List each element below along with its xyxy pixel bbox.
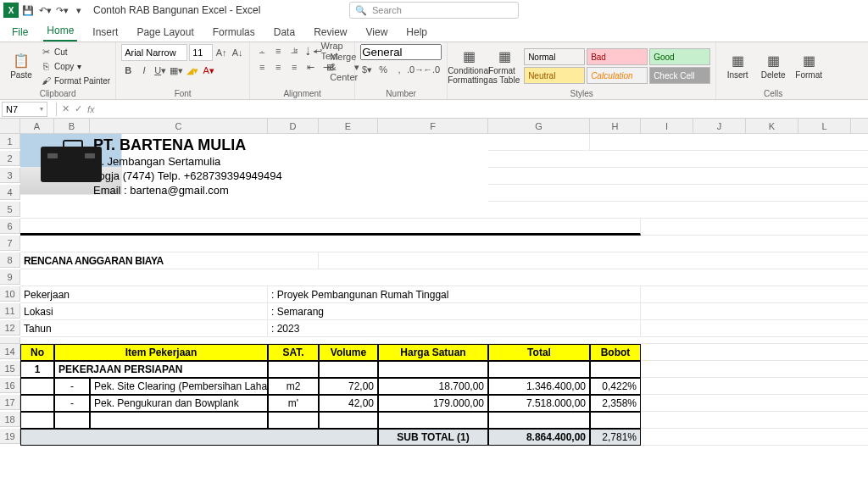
- row-18[interactable]: 18: [0, 412, 20, 427]
- col-B[interactable]: B: [54, 119, 90, 134]
- format-as-table-button[interactable]: ▦Format as Table: [488, 45, 520, 87]
- sheet-title[interactable]: RENCANA ANGGARAN BIAYA: [20, 252, 319, 269]
- font-color-button[interactable]: A▾: [202, 64, 215, 77]
- search-input[interactable]: 🔍 Search: [349, 2, 519, 19]
- lokasi-value[interactable]: : Semarang: [268, 303, 641, 320]
- row-8[interactable]: 8: [0, 252, 20, 268]
- r1-total[interactable]: 1.346.400,00: [488, 378, 590, 395]
- row-12[interactable]: 12: [0, 320, 20, 336]
- paste-button[interactable]: 📋Paste: [5, 45, 37, 87]
- row-3[interactable]: 3: [0, 168, 20, 183]
- col-K[interactable]: K: [746, 119, 798, 134]
- tab-formulas[interactable]: Formulas: [209, 23, 259, 42]
- th-vol[interactable]: Volume: [319, 344, 378, 361]
- th-harga[interactable]: Harga Satuan: [378, 344, 488, 361]
- align-right-icon[interactable]: ≡: [287, 60, 301, 74]
- border-button[interactable]: ▦▾: [170, 64, 183, 77]
- row-10[interactable]: 10: [0, 286, 20, 302]
- italic-button[interactable]: I: [137, 64, 151, 77]
- r1-item[interactable]: Pek. Site Clearing (Pembersihan Lahan): [90, 378, 268, 395]
- tab-page-layout[interactable]: Page Layout: [133, 23, 197, 42]
- style-good[interactable]: Good: [649, 48, 710, 65]
- th-sat[interactable]: SAT.: [268, 344, 319, 361]
- col-L[interactable]: L: [798, 119, 851, 134]
- col-D[interactable]: D: [268, 119, 319, 134]
- align-top-icon[interactable]: ⫠: [255, 44, 269, 58]
- th-no[interactable]: No: [20, 344, 54, 361]
- r2-total[interactable]: 7.518.000,00: [488, 395, 590, 412]
- r1-harga[interactable]: 18.700,00: [378, 378, 488, 395]
- font-size-select[interactable]: [189, 44, 213, 61]
- r1-bobot[interactable]: 0,422%: [590, 378, 641, 395]
- r2-item[interactable]: Pek. Pengukuran dan Bowplank: [90, 395, 268, 412]
- number-format-select[interactable]: [360, 44, 442, 60]
- tab-data[interactable]: Data: [270, 23, 298, 42]
- r1-sat[interactable]: m2: [268, 378, 319, 395]
- style-normal[interactable]: Normal: [524, 48, 585, 65]
- cell-styles-gallery[interactable]: Normal Bad Good Neutral Calculation Chec…: [524, 48, 710, 84]
- indent-decrease-icon[interactable]: ⇤: [303, 60, 317, 74]
- align-center-icon[interactable]: ≡: [271, 60, 285, 74]
- merge-center-button[interactable]: ⊞Merge & Center▾: [336, 60, 349, 74]
- redo-icon[interactable]: ↷▾: [54, 3, 70, 18]
- subtotal-label[interactable]: SUB TOTAL (1): [378, 429, 488, 446]
- lokasi-label[interactable]: Lokasi: [20, 303, 268, 320]
- increase-font-icon[interactable]: A↑: [214, 46, 228, 59]
- comma-icon[interactable]: ,: [392, 63, 406, 76]
- th-item[interactable]: Item Pekerjaan: [54, 344, 268, 361]
- style-check-cell[interactable]: Check Cell: [649, 67, 710, 84]
- tab-file[interactable]: File: [8, 23, 31, 42]
- r1-dash[interactable]: -: [54, 378, 90, 395]
- col-A[interactable]: A: [20, 119, 54, 134]
- subtotal-bobot[interactable]: 2,781%: [590, 429, 641, 446]
- col-G[interactable]: G: [488, 119, 590, 134]
- tab-review[interactable]: Review: [310, 23, 350, 42]
- currency-icon[interactable]: $▾: [360, 63, 374, 76]
- cancel-icon[interactable]: ✕: [62, 103, 70, 114]
- name-box[interactable]: N7▾: [2, 102, 47, 117]
- align-left-icon[interactable]: ≡: [255, 60, 269, 74]
- undo-icon[interactable]: ↶▾: [37, 3, 53, 18]
- row-16[interactable]: 16: [0, 378, 20, 393]
- tab-help[interactable]: Help: [403, 23, 431, 42]
- style-bad[interactable]: Bad: [587, 48, 648, 65]
- row-15[interactable]: 15: [0, 361, 20, 376]
- pekerjaan-label[interactable]: Pekerjaan: [20, 286, 268, 303]
- delete-cells-button[interactable]: ▦Delete: [757, 45, 789, 87]
- row-6[interactable]: 6: [0, 219, 20, 234]
- row-19[interactable]: 19: [0, 429, 20, 444]
- qat-dropdown-icon[interactable]: ▾: [71, 3, 86, 18]
- r2-vol[interactable]: 42,00: [319, 395, 378, 412]
- row-1[interactable]: 1: [0, 134, 20, 149]
- decrease-decimal-icon[interactable]: ←.0: [425, 63, 438, 76]
- row-17[interactable]: 17: [0, 395, 20, 410]
- font-name-select[interactable]: [121, 44, 187, 61]
- r2-sat[interactable]: m': [268, 395, 319, 412]
- percent-icon[interactable]: %: [376, 63, 390, 76]
- row-5[interactable]: 5: [0, 202, 20, 217]
- row-4[interactable]: 4: [0, 185, 20, 200]
- style-neutral[interactable]: Neutral: [524, 67, 585, 84]
- align-middle-icon[interactable]: ≡: [271, 44, 285, 58]
- row-14[interactable]: 14: [0, 344, 20, 359]
- format-painter-button[interactable]: 🖌Format Painter: [41, 74, 110, 87]
- tahun-value[interactable]: : 2023: [268, 320, 641, 337]
- r2-bobot[interactable]: 2,358%: [590, 395, 641, 412]
- col-I[interactable]: I: [641, 119, 693, 134]
- col-E[interactable]: E: [319, 119, 378, 134]
- spreadsheet[interactable]: A B C D E F G H I J K L M 1 PT. BARTENA …: [0, 119, 868, 446]
- th-bobot[interactable]: Bobot: [590, 344, 641, 361]
- row-7[interactable]: 7: [0, 236, 20, 251]
- col-H[interactable]: H: [590, 119, 641, 134]
- tab-insert[interactable]: Insert: [89, 23, 121, 42]
- conditional-formatting-button[interactable]: ▦Conditional Formatting: [453, 45, 485, 87]
- format-cells-button[interactable]: ▦Format: [793, 45, 825, 87]
- grp-no[interactable]: 1: [20, 361, 54, 378]
- tab-view[interactable]: View: [363, 23, 392, 42]
- grp-name[interactable]: PEKERJAAN PERSIAPAN: [54, 361, 268, 378]
- underline-button[interactable]: U▾: [153, 64, 167, 77]
- increase-decimal-icon[interactable]: .0→: [409, 63, 422, 76]
- fill-color-button[interactable]: ◢▾: [186, 64, 199, 77]
- align-bottom-icon[interactable]: ⫡: [287, 44, 301, 58]
- r1-vol[interactable]: 72,00: [319, 378, 378, 395]
